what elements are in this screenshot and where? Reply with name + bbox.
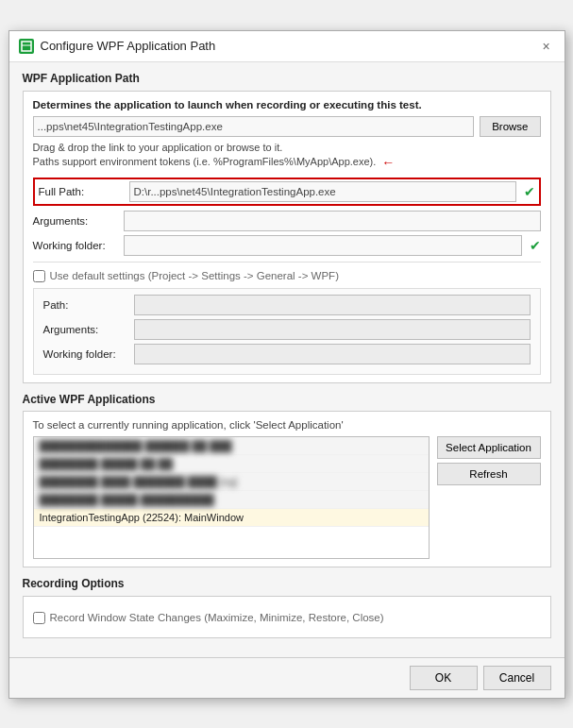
path-input[interactable]: [33, 116, 475, 137]
svg-rect-0: [22, 42, 31, 51]
blurred-item-2: ████████ █████ ██ ██: [40, 458, 174, 469]
list-item[interactable]: ████████ █████ ██████████: [34, 491, 429, 509]
blurred-item-1: ██████████████ ██████ ██ ███: [40, 440, 232, 451]
list-item[interactable]: ████████ ████ ███████ ████ [ng]: [34, 473, 429, 491]
blurred-item-3: ████████ ████ ███████ ████ [ng]: [40, 476, 238, 487]
recording-checkbox-label: Record Window State Changes (Maximize, M…: [50, 612, 384, 623]
apps-list[interactable]: ██████████████ ██████ ██ ███ ████████ ██…: [33, 436, 430, 559]
dialog-title: Configure WPF Application Path: [41, 39, 216, 53]
close-button[interactable]: ×: [538, 38, 555, 55]
default-working-folder-input[interactable]: [134, 344, 531, 364]
active-wpf-title: Active WPF Applications: [23, 393, 551, 406]
full-path-input[interactable]: [129, 181, 516, 202]
recording-section-box: Record Window State Changes (Maximize, M…: [23, 596, 551, 638]
refresh-button[interactable]: Refresh: [437, 463, 541, 485]
default-settings-label: Use default settings (Project -> Setting…: [50, 270, 339, 281]
full-path-label: Full Path:: [39, 186, 124, 197]
default-path-label: Path:: [43, 299, 128, 311]
default-arguments-input[interactable]: [134, 319, 531, 340]
wpf-description: Determines the application to launch whe…: [33, 99, 541, 110]
path-row: Browse: [33, 116, 541, 137]
apps-buttons: Select Application Refresh: [437, 436, 541, 559]
list-item[interactable]: ██████████████ ██████ ██ ███: [34, 437, 429, 455]
wpf-path-section-title: WPF Application Path: [23, 72, 551, 85]
cancel-button[interactable]: Cancel: [483, 666, 551, 690]
working-folder-row: Working folder: ✔: [33, 235, 541, 256]
full-path-check-icon: ✔: [524, 184, 535, 199]
recording-checkbox[interactable]: [33, 612, 45, 624]
select-application-button[interactable]: Select Application: [437, 436, 541, 459]
list-item[interactable]: ████████ █████ ██ ██: [34, 455, 429, 473]
arguments-label: Arguments:: [33, 215, 118, 227]
configure-dialog: Configure WPF Application Path × WPF App…: [8, 30, 565, 699]
wpf-path-section-box: Determines the application to launch whe…: [23, 91, 551, 383]
titlebar-left: Configure WPF Application Path: [19, 39, 216, 54]
ok-button[interactable]: OK: [410, 666, 478, 690]
default-settings-box: Path: Arguments: Working folder:: [33, 288, 541, 375]
working-folder-label: Working folder:: [33, 240, 118, 251]
red-arrow-icon: ←: [381, 155, 395, 170]
default-arguments-row: Arguments:: [43, 319, 531, 340]
working-folder-input[interactable]: [124, 235, 522, 256]
active-apps-content: ██████████████ ██████ ██ ███ ████████ ██…: [33, 436, 541, 559]
default-settings-checkbox[interactable]: [33, 270, 45, 282]
selected-app-text: IntegrationTestingApp (22524): MainWindo…: [40, 512, 244, 523]
default-working-folder-label: Working folder:: [43, 348, 128, 360]
hint-arrow-row: Paths support environment tokens (i.e. %…: [33, 155, 541, 170]
app-icon: [19, 39, 34, 54]
arguments-row: Arguments:: [33, 211, 541, 231]
hint-text-1: Drag & drop the link to your application…: [33, 142, 541, 153]
recording-checkbox-row: Record Window State Changes (Maximize, M…: [33, 612, 541, 624]
blurred-item-4: ████████ █████ ██████████: [40, 494, 214, 505]
selected-app-item[interactable]: IntegrationTestingApp (22524): MainWindo…: [34, 509, 429, 527]
dialog-content: WPF Application Path Determines the appl…: [9, 62, 565, 657]
arguments-input[interactable]: [124, 211, 541, 231]
working-folder-check-icon: ✔: [530, 238, 541, 253]
full-path-row: Full Path: ✔: [33, 178, 541, 206]
hint-text-2: Paths support environment tokens (i.e. %…: [33, 156, 377, 167]
default-path-input[interactable]: [134, 295, 531, 315]
default-arguments-label: Arguments:: [43, 324, 128, 335]
titlebar: Configure WPF Application Path ×: [9, 31, 565, 62]
recording-section-title: Recording Options: [23, 577, 551, 590]
default-path-row: Path:: [43, 295, 531, 315]
dialog-footer: OK Cancel: [9, 657, 565, 698]
default-working-folder-row: Working folder:: [43, 344, 531, 364]
active-wpf-section-box: To select a currently running applicatio…: [23, 411, 551, 567]
default-settings-row: Use default settings (Project -> Setting…: [33, 270, 541, 282]
active-wpf-desc: To select a currently running applicatio…: [33, 419, 541, 431]
browse-button[interactable]: Browse: [480, 116, 540, 137]
